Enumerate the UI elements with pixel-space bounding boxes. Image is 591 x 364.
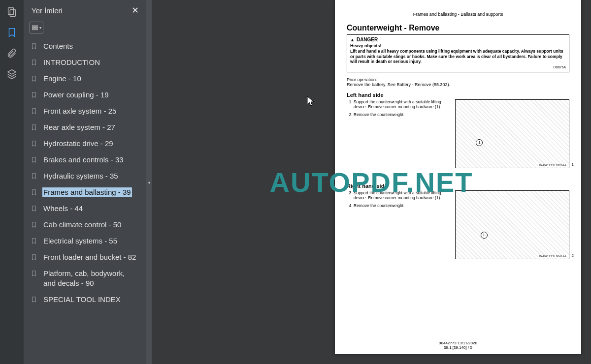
bookmark-label: Contents (42, 41, 74, 51)
bookmark-item[interactable]: Cab climate control - 50 (27, 217, 143, 233)
step-3: Support the counterweight with a suitabl… (354, 190, 450, 200)
bookmark-icon (31, 58, 38, 68)
page-title: Counterweight - Remove (347, 24, 569, 32)
svg-rect-1 (10, 9, 15, 16)
bookmark-item[interactable]: Brakes and controls - 33 (27, 152, 143, 168)
prior-text: Remove the battery. See Battery - Remove… (347, 82, 450, 87)
bookmark-label: Electrical systems - 55 (42, 236, 118, 246)
danger-code: D0076A (350, 65, 566, 69)
bookmark-item[interactable]: Electrical systems - 55 (27, 233, 143, 249)
panel-tools: ▾ (24, 20, 146, 37)
bookmark-label: Platform, cab, bodywork, and decals - 90 (42, 269, 140, 289)
callout-1: 1 (476, 139, 483, 146)
layers-icon[interactable] (6, 68, 18, 80)
bookmark-icon (31, 172, 38, 182)
bookmark-label: Front axle system - 25 (42, 106, 117, 116)
danger-subhead: Heavy objects! (350, 43, 566, 48)
callout-1b: 1 (481, 232, 488, 239)
bookmark-item[interactable]: Rear axle system - 27 (27, 120, 143, 136)
bookmark-item[interactable]: Hydraulic systems - 35 (27, 168, 143, 184)
danger-heading: DANGER (350, 37, 566, 42)
svg-rect-4 (33, 29, 38, 30)
prior-label: Prior operation: (347, 77, 377, 82)
bookmark-item[interactable]: Frames and ballasting - 39 (27, 184, 143, 201)
left-steps: Support the counterweight with a suitabl… (347, 99, 450, 168)
bookmarks-list: ContentsINTRODUCTIONEngine - 10Power cou… (24, 37, 146, 364)
bookmark-label: SPECIAL TOOL INDEX (42, 295, 122, 304)
step-1: Support the counterweight with a suitabl… (354, 99, 450, 109)
left-rail (0, 0, 24, 364)
thumbnails-icon[interactable] (6, 6, 18, 18)
bookmark-label: Cab climate control - 50 (42, 220, 122, 230)
bookmark-item[interactable]: INTRODUCTION (27, 55, 143, 71)
danger-box: DANGER Heavy objects! Lift and handle al… (347, 34, 569, 72)
bookmark-options-button[interactable]: ▾ (30, 22, 43, 33)
footer-line2: 39.1 [39.140] / 5 (335, 345, 581, 350)
step-4: Remove the counterweight. (354, 203, 450, 208)
bookmark-icon (31, 188, 38, 198)
right-side-heading: Right hand side (347, 183, 569, 189)
page-footer: 90442773 13/11/2020 39.1 [39.140] / 5 (335, 341, 581, 350)
page-breadcrumb: Frames and ballasting - Ballasts and sup… (347, 12, 569, 17)
svg-rect-3 (33, 27, 38, 28)
bookmark-label: Hydrostatic drive - 29 (42, 139, 114, 149)
bookmark-label: Frames and ballasting - 39 (42, 187, 132, 197)
right-side-row: Support the counterweight with a suitabl… (347, 190, 569, 259)
attachments-icon[interactable] (6, 47, 18, 59)
bookmark-item[interactable]: Wheels - 44 (27, 201, 143, 217)
figure-1-num: 1 (572, 162, 574, 167)
left-side-heading: Left hand side (347, 92, 569, 98)
bookmark-item[interactable]: Platform, cab, bodywork, and decals - 90 (27, 266, 143, 292)
bookmark-icon (31, 139, 38, 149)
bookmark-label: Rear axle system - 27 (42, 122, 116, 132)
danger-body: Lift and handle all heavy components usi… (350, 49, 566, 64)
figure-1: 1 RAPH12SSL0288AA 1 (455, 99, 569, 168)
svg-rect-2 (33, 26, 38, 27)
prior-operation: Prior operation: Remove the battery. See… (347, 77, 569, 87)
bookmark-icon (31, 91, 38, 100)
panel-resize-handle[interactable]: ◂ (146, 0, 152, 364)
bookmark-item[interactable]: Engine - 10 (27, 71, 143, 87)
bookmark-icon (31, 237, 38, 246)
svg-rect-0 (8, 8, 14, 15)
left-side-row: Support the counterweight with a suitabl… (347, 99, 569, 168)
bookmark-item[interactable]: Front axle system - 25 (27, 103, 143, 120)
bookmark-label: Engine - 10 (42, 74, 82, 84)
bookmark-label: INTRODUCTION (42, 58, 101, 67)
mouse-cursor-icon (307, 96, 315, 109)
bookmark-item[interactable]: Front loader and bucket - 82 (27, 249, 143, 266)
bookmark-label: Power coupling - 19 (42, 90, 110, 100)
panel-title: Yer İmleri (32, 6, 63, 15)
figure-2-num: 2 (572, 253, 574, 258)
bookmark-label: Hydraulic systems - 35 (42, 171, 119, 181)
figure-2-code: RAPH12SSL0041AA (538, 255, 567, 258)
bookmark-label: Wheels - 44 (42, 204, 84, 213)
collapse-arrow-icon: ◂ (148, 180, 150, 185)
bookmark-icon (31, 204, 38, 214)
bookmark-item[interactable]: SPECIAL TOOL INDEX (27, 292, 143, 308)
bookmarks-icon[interactable] (6, 27, 18, 38)
bookmark-icon (31, 123, 38, 133)
bookmark-icon (31, 107, 38, 117)
bookmarks-panel: Yer İmleri ✕ ▾ ContentsINTRODUCTIONEngin… (24, 0, 146, 364)
footer-line1: 90442773 13/11/2020 (335, 341, 581, 346)
bookmark-label: Front loader and bucket - 82 (42, 252, 137, 262)
bookmark-icon (31, 42, 38, 52)
bookmark-item[interactable]: Hydrostatic drive - 29 (27, 136, 143, 152)
document-viewport[interactable]: AUTOPDF.NET Frames and ballasting - Ball… (152, 0, 591, 364)
bookmark-label: Brakes and controls - 33 (42, 155, 125, 165)
figure-1-code: RAPH12SSL0288AA (538, 164, 567, 167)
bookmark-icon (31, 295, 38, 305)
bookmark-item[interactable]: Contents (27, 38, 143, 55)
bookmark-item[interactable]: Power coupling - 19 (27, 87, 143, 103)
bookmark-icon (31, 74, 38, 84)
panel-header: Yer İmleri ✕ (24, 0, 146, 20)
panel-close-button[interactable]: ✕ (131, 5, 139, 16)
bookmark-icon (31, 155, 38, 165)
right-steps: Support the counterweight with a suitabl… (347, 190, 450, 259)
step-2: Remove the counterweight. (354, 112, 450, 117)
bookmark-icon (31, 269, 38, 279)
pdf-page: Frames and ballasting - Ballasts and sup… (335, 0, 581, 354)
bookmark-icon (31, 220, 38, 230)
bookmark-icon (31, 253, 38, 263)
